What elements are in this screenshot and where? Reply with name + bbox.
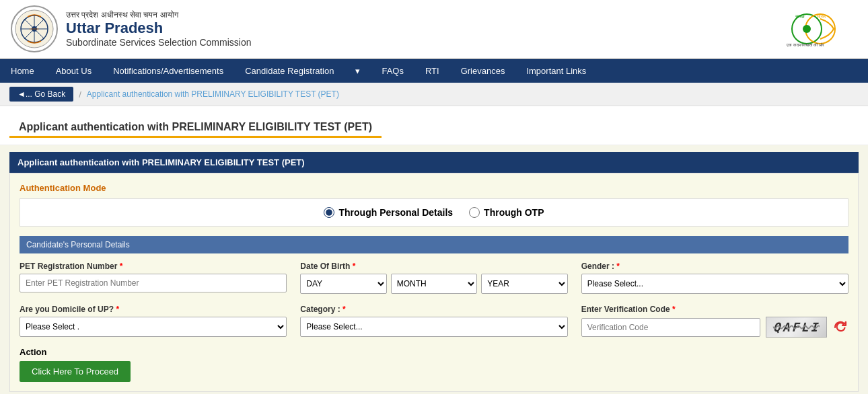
gender-select[interactable]: Please Select... Male Female Other [581,274,848,294]
domicile-select[interactable]: Please Select . Yes No [20,317,287,337]
dob-group: Date Of Birth * DAY MONTH YEAR [300,262,567,294]
gender-required: * [616,262,620,271]
breadcrumb: ◄... Go Back / Applicant authentication … [0,83,868,106]
category-group: Category : * Please Select... General OB… [300,305,567,338]
auth-personal-option[interactable]: Through Personal Details [324,207,453,218]
logo: UPPSC [11,5,58,52]
svg-point-10 [803,25,811,33]
breadcrumb-current: Applicant authentication with PRELIMINAR… [87,89,339,99]
captcha-image: QAFLI [766,317,827,338]
category-label: Category : * [300,305,567,314]
header-title: Uttar Pradesh [66,19,251,37]
nav-rti[interactable]: RTI [414,59,450,83]
verification-input[interactable] [581,318,760,337]
page-title-wrapper: Applicant authentication with PRELIMINAR… [0,106,868,145]
back-button[interactable]: ◄... Go Back [9,87,73,102]
pet-reg-required: * [120,262,123,271]
verification-row: QAFLI [581,317,848,338]
pet-reg-label: PET Registration Number * [20,262,287,271]
personal-details-header: Candidate's Personal Details [20,236,848,253]
verification-group: Enter Verification Code * QAFLI [581,305,848,338]
form-section: Authentication Mode Through Personal Det… [9,173,859,392]
domicile-label: Are you Domicile of UP? * [20,305,287,314]
section-header: Applicant authentication with PRELIMINAR… [9,152,859,173]
nav-dropdown-arrow[interactable]: ▾ [345,59,371,83]
verification-required: * [672,305,676,314]
header-text: उत्तर प्रदेश अधीनस्थ सेवा चयन आयोग Uttar… [66,10,251,48]
category-select[interactable]: Please Select... General OBC SC ST [300,317,567,337]
auth-mode-label: Authentication Mode [20,183,848,193]
verification-label: Enter Verification Code * [581,305,848,314]
dob-month-select[interactable]: MONTH [391,274,477,294]
pet-reg-group: PET Registration Number * [20,262,287,294]
navbar: Home About Us Notifications/Advertisemen… [0,59,868,83]
dob-required: * [353,262,356,271]
header: UPPSC उत्तर प्रदेश अधीनस्थ सेवा चयन आयोग… [0,0,868,59]
svg-text:स्वच्छ: स्वच्छ [795,14,805,19]
gender-label: Gender : * [581,262,848,271]
dob-year-select[interactable]: YEAR [481,274,567,294]
action-section: Action Click Here To Proceed [20,347,848,382]
category-required: * [342,305,346,314]
svg-text:एक कदम स्वच्छता की ओर: एक कदम स्वच्छता की ओर [786,42,824,47]
pet-reg-input[interactable] [20,274,287,292]
dob-label: Date Of Birth * [300,262,567,271]
proceed-button[interactable]: Click Here To Proceed [20,361,131,382]
nav-candidate-reg[interactable]: Candidate Registration [234,59,345,83]
auth-otp-radio[interactable] [469,207,480,218]
dob-day-select[interactable]: DAY [300,274,386,294]
header-subtitle: Subordinate Services Selection Commissio… [66,37,251,48]
domicile-group: Are you Domicile of UP? * Please Select … [20,305,287,338]
header-hindi: उत्तर प्रदेश अधीनस्थ सेवा चयन आयोग [66,10,251,19]
page-title: Applicant authentication with PRELIMINAR… [9,113,382,138]
main-content: Applicant authentication with PRELIMINAR… [0,145,868,394]
header-left: UPPSC उत्तर प्रदेश अधीनस्थ सेवा चयन आयोग… [11,5,251,52]
auth-personal-label: Through Personal Details [338,207,453,218]
nav-notifications[interactable]: Notifications/Advertisements [102,59,234,83]
nav-faqs[interactable]: FAQs [371,59,414,83]
auth-otp-label: Through OTP [484,207,544,218]
action-label: Action [20,347,848,357]
auth-otp-option[interactable]: Through OTP [469,207,544,218]
svg-text:भारत: भारत [817,14,826,19]
breadcrumb-separator: / [79,89,81,100]
auth-mode-row: Through Personal Details Through OTP [20,198,848,227]
gender-group: Gender : * Please Select... Male Female … [581,262,848,294]
svg-text:UPPSC: UPPSC [30,28,39,31]
swachh-bharat-logo: एक कदम स्वच्छता की ओर स्वच्छ भारत [783,9,857,49]
auth-personal-radio[interactable] [324,207,334,218]
nav-about[interactable]: About Us [45,59,102,83]
nav-important-links[interactable]: Important Links [515,59,597,83]
nav-grievances[interactable]: Grievances [450,59,516,83]
domicile-required: * [116,305,119,314]
refresh-captcha-icon[interactable] [832,319,848,336]
dob-row: DAY MONTH YEAR [300,274,567,294]
form-grid: PET Registration Number * Date Of Birth … [20,262,848,338]
nav-home[interactable]: Home [0,59,45,83]
